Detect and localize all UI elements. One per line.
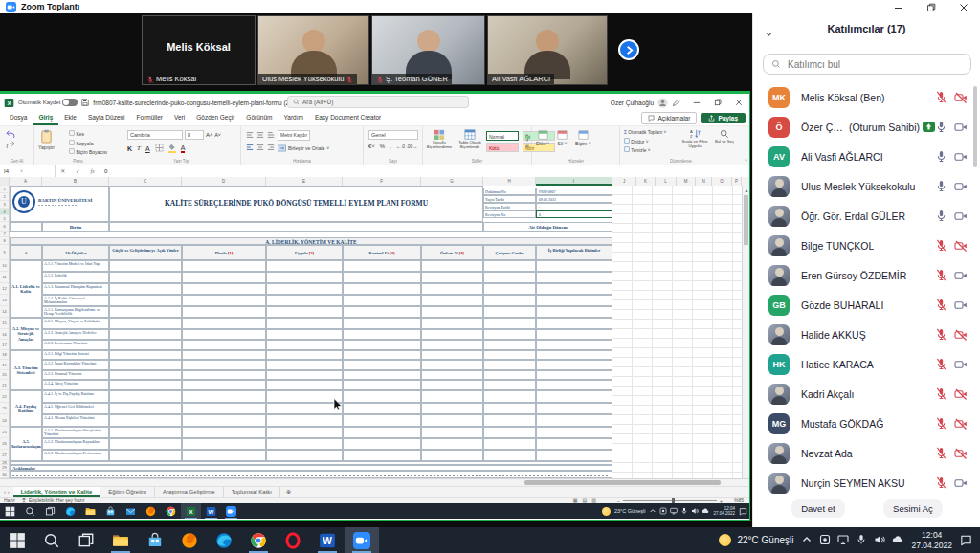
percent-icon[interactable]: % xyxy=(380,144,385,149)
bold-button[interactable]: K xyxy=(127,145,132,152)
participant-search[interactable] xyxy=(763,54,971,75)
italic-button[interactable]: T xyxy=(137,144,141,152)
excel-minimize-button[interactable] xyxy=(686,94,707,111)
hidden-icons-caret[interactable] xyxy=(649,507,657,516)
participant-row[interactable]: HKHatice KARACA xyxy=(753,349,980,379)
shared-weather[interactable]: 23°C Güneşli xyxy=(614,508,645,514)
clipboard-item[interactable]: Kopyala xyxy=(69,140,107,146)
grow-font-icon[interactable]: A˄ xyxy=(206,132,213,138)
row-header[interactable]: 13 xyxy=(0,295,9,306)
row-header[interactable]: 4 xyxy=(0,209,9,215)
participant-row[interactable]: Nevzat Ada xyxy=(753,438,980,468)
opera-icon[interactable] xyxy=(276,527,310,553)
row-header[interactable]: 5 xyxy=(0,215,9,222)
column-header-G[interactable]: G xyxy=(421,177,483,186)
formula-value[interactable]: 0 xyxy=(100,165,749,177)
cell-style-chip[interactable]: Kötü xyxy=(486,143,519,152)
sheet-tab[interactable]: Toplumsal Katkı xyxy=(224,487,280,497)
column-header-H[interactable]: H xyxy=(483,177,536,186)
sheet-tab[interactable]: Liderlik, Yönetim ve Kalite xyxy=(13,487,101,497)
sheet-tab[interactable]: Eğitim Öğretim xyxy=(100,487,155,497)
currency-icon[interactable]: €˅ xyxy=(368,144,375,149)
panel-scrollbar[interactable] xyxy=(973,86,977,167)
row-header[interactable]: 19 xyxy=(0,360,9,370)
participant-row[interactable]: Kadri Akçalı xyxy=(753,379,980,409)
editing-item[interactable]: Temizle ˅ xyxy=(624,146,666,153)
row-header[interactable]: 2 xyxy=(0,193,9,201)
ribbon-tab-formüller[interactable]: Formüller xyxy=(131,111,168,125)
firefox-icon[interactable] xyxy=(141,503,161,519)
comments-button[interactable]: Açıklamalar xyxy=(641,112,697,124)
ribbon-tab-gözden-geçir[interactable]: Gözden Geçir xyxy=(190,111,240,125)
column-header-L[interactable]: L xyxy=(656,177,677,186)
row-header[interactable]: 16 xyxy=(0,329,9,340)
participant-row[interactable]: Halide AKKUŞ xyxy=(753,320,980,349)
paste-button[interactable]: Yapıştır xyxy=(38,129,55,150)
sort-filter-button[interactable]: AZ Sırala ve Filtre Uygula xyxy=(681,129,708,148)
ribbon-tab-dosya[interactable]: Dosya xyxy=(4,111,33,125)
collapse-ribbon-icon[interactable]: ˅ xyxy=(745,158,747,164)
column-header-A[interactable]: A xyxy=(10,177,42,186)
word-icon[interactable]: W xyxy=(201,503,221,519)
taskbar-clock[interactable]: 12:0427.04.2022 xyxy=(911,530,952,549)
row-header[interactable]: 8 xyxy=(0,237,9,245)
ribbon-tab-görünüm[interactable]: Görünüm xyxy=(240,111,278,125)
wrap-text-button[interactable]: Metni Kaydır xyxy=(278,130,310,141)
column-header-B[interactable]: B xyxy=(42,177,109,186)
video-tile[interactable]: Ulus Meslek Yüksekokulu xyxy=(257,15,369,85)
search-icon[interactable] xyxy=(34,527,69,553)
cancel-icon[interactable]: ✕ xyxy=(60,167,65,174)
align-middle-icon[interactable] xyxy=(256,131,264,140)
shrink-font-icon[interactable]: A˅ xyxy=(215,132,221,138)
mic-tray-icon[interactable] xyxy=(856,532,867,549)
font-color-icon[interactable]: A xyxy=(181,144,186,153)
column-header-F[interactable]: F xyxy=(343,177,421,186)
cells-ekle-button[interactable]: Ekle ˅ xyxy=(536,130,549,146)
start-icon[interactable] xyxy=(0,527,34,553)
explorer-icon[interactable] xyxy=(103,527,138,553)
column-header-I[interactable]: I xyxy=(536,177,612,186)
gallery-scroll-icons[interactable]: ▲▼▦ xyxy=(525,132,529,148)
participant-row[interactable]: Bilge TUNÇKOL xyxy=(753,231,980,260)
minimize-button[interactable] xyxy=(882,0,915,14)
participant-row[interactable]: ÖÖzer Çulh... (Oturum Sahibi) xyxy=(753,112,980,142)
borders-icon[interactable] xyxy=(155,144,164,153)
column-header-P[interactable]: P xyxy=(732,177,742,186)
column-header-C[interactable]: C xyxy=(109,177,182,186)
undo-icon[interactable] xyxy=(6,130,15,139)
row-header[interactable]: 30 xyxy=(0,471,9,478)
monitor-tray-icon[interactable] xyxy=(670,507,678,516)
row-header[interactable]: 17 xyxy=(0,340,9,350)
enter-icon[interactable]: ✓ xyxy=(76,167,80,174)
fill-color-icon[interactable] xyxy=(168,144,176,153)
excel-close-button[interactable] xyxy=(728,94,749,111)
zoomapp-icon[interactable] xyxy=(221,503,241,519)
row-header[interactable]: 10 xyxy=(0,260,9,272)
row-header[interactable]: 15 xyxy=(0,318,9,329)
ribbon-tab-giriş[interactable]: Giriş xyxy=(33,111,58,125)
cells-biçim-button[interactable]: Biçim ˅ xyxy=(575,130,591,146)
row-header[interactable]: 6 xyxy=(0,222,9,232)
row-header[interactable]: 25 xyxy=(0,427,9,438)
row-header[interactable]: 23 xyxy=(0,403,9,414)
speaker-tray-icon[interactable] xyxy=(874,532,885,549)
video-tile[interactable]: Melis KöksalMelis Köksal xyxy=(142,15,256,85)
conditional-formatting-button[interactable]: Koşullu Biçimlendirme xyxy=(425,129,454,149)
save-icon[interactable] xyxy=(81,99,89,106)
align-left-icon[interactable] xyxy=(246,144,254,152)
align-right-icon[interactable] xyxy=(267,144,275,152)
chrome-icon[interactable] xyxy=(161,503,181,519)
next-participants-button[interactable] xyxy=(618,39,639,60)
taskview-icon[interactable] xyxy=(69,527,103,553)
search-input[interactable] xyxy=(786,58,952,71)
number-format-select[interactable]: Genel xyxy=(368,130,418,140)
unmute-button[interactable]: Sesimi Aç xyxy=(883,499,943,518)
name-box[interactable]: I4˅ xyxy=(0,165,56,177)
decimal-icons[interactable]: ←.0 .00→ xyxy=(396,144,418,149)
mic-tray-icon[interactable] xyxy=(680,507,688,516)
row-header[interactable]: 3 xyxy=(0,201,9,209)
participant-row[interactable]: Ulus Meslek Yüksekokulu xyxy=(753,171,980,201)
row-header[interactable]: 14 xyxy=(0,306,9,318)
autosave-toggle[interactable]: Otomatik Kaydet xyxy=(18,99,78,106)
row-header[interactable]: 9 xyxy=(0,245,9,260)
